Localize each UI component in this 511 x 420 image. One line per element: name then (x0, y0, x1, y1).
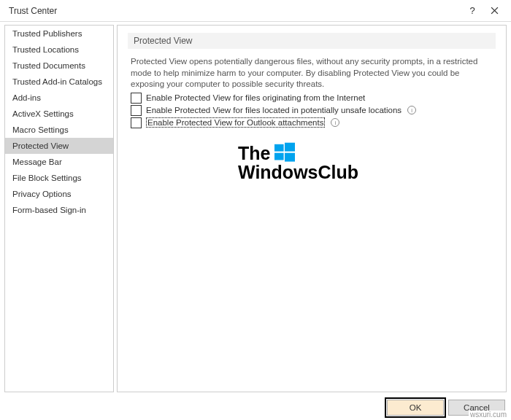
sidebar-item-privacy-options[interactable]: Privacy Options (5, 186, 113, 202)
checkbox[interactable] (131, 117, 142, 128)
watermark-line2: WindowsClub (238, 163, 380, 182)
ok-button[interactable]: OK (387, 400, 444, 416)
sidebar-item-label: Trusted Documents (12, 61, 85, 70)
close-button[interactable] (483, 0, 505, 22)
sidebar-item-label: Trusted Locations (12, 45, 79, 54)
option-label: Enable Protected View for files originat… (146, 93, 365, 102)
sidebar-item-label: Add-ins (12, 93, 41, 102)
dialog-body: Trusted Publishers Trusted Locations Tru… (0, 22, 511, 395)
main-panel: Protected View Protected View opens pote… (117, 25, 507, 392)
sidebar-item-label: ActiveX Settings (12, 109, 74, 118)
option-unsafe-locations[interactable]: Enable Protected View for files located … (128, 104, 496, 117)
sidebar-item-trusted-publishers[interactable]: Trusted Publishers (5, 26, 113, 42)
sidebar-item-activex-settings[interactable]: ActiveX Settings (5, 106, 113, 122)
info-icon[interactable]: i (407, 106, 416, 114)
sidebar-item-label: Trusted Publishers (12, 29, 82, 38)
section-description: Protected View opens potentially dangero… (128, 56, 496, 92)
watermark-line1: The (238, 144, 270, 163)
sidebar-item-label: Trusted Add-in Catalogs (12, 77, 102, 86)
close-icon (491, 7, 499, 15)
checkbox[interactable] (131, 93, 142, 104)
option-label: Enable Protected View for files located … (146, 106, 402, 114)
help-button[interactable]: ? (461, 0, 483, 22)
watermark: The WindowsClub (238, 142, 380, 182)
sidebar-item-macro-settings[interactable]: Macro Settings (5, 122, 113, 138)
sidebar-item-addins[interactable]: Add-ins (5, 90, 113, 106)
svg-rect-3 (285, 143, 295, 152)
corner-tag: wsxuri.cum (469, 411, 508, 419)
svg-rect-5 (285, 153, 295, 162)
sidebar: Trusted Publishers Trusted Locations Tru… (4, 25, 114, 392)
button-label: OK (410, 403, 422, 412)
sidebar-item-file-block-settings[interactable]: File Block Settings (5, 170, 113, 186)
titlebar: Trust Center ? (0, 0, 511, 22)
sidebar-item-trusted-addin-catalogs[interactable]: Trusted Add-in Catalogs (5, 74, 113, 90)
sidebar-item-message-bar[interactable]: Message Bar (5, 154, 113, 170)
info-icon[interactable]: i (331, 118, 339, 127)
sidebar-item-label: Form-based Sign-in (12, 206, 86, 214)
option-label: Enable Protected View for Outlook attach… (146, 117, 325, 128)
windows-logo-icon (274, 142, 295, 163)
sidebar-item-trusted-documents[interactable]: Trusted Documents (5, 58, 113, 74)
svg-rect-4 (274, 153, 284, 160)
help-icon: ? (469, 5, 474, 16)
sidebar-item-protected-view[interactable]: Protected View (5, 138, 113, 154)
sidebar-item-form-signin[interactable]: Form-based Sign-in (5, 202, 113, 218)
sidebar-item-label: Privacy Options (12, 190, 72, 198)
option-internet-files[interactable]: Enable Protected View for files originat… (128, 92, 496, 104)
sidebar-item-label: File Block Settings (12, 174, 82, 182)
sidebar-item-label: Protected View (12, 141, 69, 150)
sidebar-item-trusted-locations[interactable]: Trusted Locations (5, 42, 113, 58)
option-outlook-attachments[interactable]: Enable Protected View for Outlook attach… (128, 117, 496, 129)
svg-rect-2 (274, 144, 284, 152)
checkbox[interactable] (131, 105, 142, 116)
section-header: Protected View (128, 33, 496, 49)
sidebar-item-label: Message Bar (12, 158, 62, 166)
sidebar-item-label: Macro Settings (12, 125, 69, 134)
window-title: Trust Center (9, 6, 461, 16)
